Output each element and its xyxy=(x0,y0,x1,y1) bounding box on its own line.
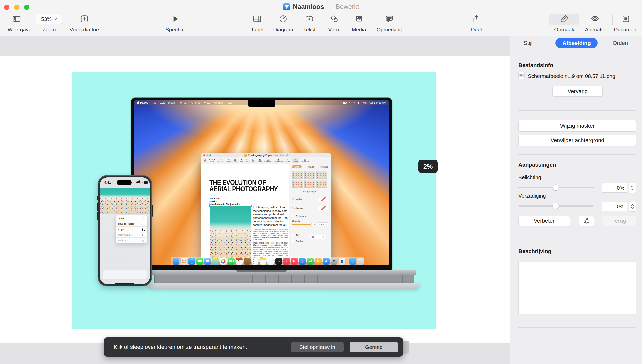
reflection-row[interactable]: Reflection xyxy=(292,215,328,217)
dock-tv-icon[interactable]: tv xyxy=(275,258,282,265)
dock-freeform-icon[interactable]: ~ xyxy=(267,258,274,265)
doc-beach-photo[interactable] xyxy=(210,206,251,262)
done-button[interactable]: Gereed xyxy=(350,342,398,352)
exposure-stepper[interactable] xyxy=(629,183,636,193)
pages-toolbar-view[interactable]: ◫View xyxy=(203,158,206,163)
saturation-stepper[interactable] xyxy=(629,201,636,212)
iphone-menu-look-up[interactable]: Look Up xyxy=(116,237,147,243)
share-button[interactable]: Deel xyxy=(467,14,486,33)
tab-stijl[interactable]: Stijl xyxy=(524,40,532,46)
dock-folder-downloads-icon[interactable]: ↓ xyxy=(349,258,356,265)
pages-tab-image[interactable]: Image xyxy=(308,166,314,168)
iphone-beach-photo[interactable] xyxy=(100,188,150,214)
image-style-option[interactable] xyxy=(292,171,303,179)
view-button[interactable]: Weergave xyxy=(8,14,26,33)
animate-button[interactable]: Animatie xyxy=(581,14,609,33)
pages-toolbar-comment[interactable]: ▢Comment xyxy=(264,158,271,163)
image-style-option[interactable] xyxy=(304,171,315,179)
dock-reminders-icon[interactable] xyxy=(252,258,258,265)
iphone-menu-copy[interactable]: Copy xyxy=(116,226,147,232)
dock-settings-icon[interactable]: ⚙ xyxy=(331,258,337,265)
pages-toolbar-chart[interactable]: ◔Chart xyxy=(239,158,243,163)
dock-iphone-mirroring-icon[interactable]: ▯ xyxy=(339,258,345,265)
pages-toolbar-collaboration[interactable]: ◉Collaboration xyxy=(274,158,283,163)
dock-facetime-icon[interactable] xyxy=(228,258,235,265)
pages-toolbar-format[interactable]: ✎Format xyxy=(292,158,299,163)
iphone-menu-save-to-photos[interactable]: Save to Photos xyxy=(116,221,147,226)
revert-button[interactable]: Terug xyxy=(602,216,636,226)
play-button[interactable]: Speel af xyxy=(163,14,187,33)
dock-appstore-icon[interactable]: A xyxy=(323,258,330,265)
replace-button[interactable]: Vervang xyxy=(552,86,603,97)
dock-calendar-icon[interactable]: 1 xyxy=(236,258,243,265)
pages-tab-arrange[interactable]: Arrange xyxy=(320,166,328,168)
table-button[interactable]: Tabel xyxy=(246,14,268,33)
iphone-menu-copy-subject[interactable]: Copy Subject xyxy=(116,232,147,237)
pages-toolbar-share[interactable]: ⇧Share xyxy=(285,158,290,163)
saturation-slider-thumb[interactable] xyxy=(553,203,559,209)
description-input[interactable] xyxy=(518,262,636,314)
iphone-menu-share[interactable]: Share… xyxy=(116,215,147,221)
shadow-none-swatch[interactable] xyxy=(318,206,328,210)
border-none-swatch[interactable] xyxy=(318,197,328,201)
media-button[interactable]: Media xyxy=(349,14,369,33)
pages-toolbar-text[interactable]: AText xyxy=(245,158,248,163)
pages-toolbar-zoom[interactable]: 80% ▾Zoom xyxy=(209,158,215,163)
selection-handle[interactable] xyxy=(209,236,210,237)
caption-row[interactable]: Caption xyxy=(292,240,328,242)
shadow-row[interactable]: ❯Shadow xyxy=(292,206,328,210)
shape-button[interactable]: Vorm xyxy=(324,14,345,33)
opacity-slider-thumb[interactable] xyxy=(311,223,314,226)
iphone-home-indicator[interactable] xyxy=(115,283,134,284)
pages-minimize-button[interactable] xyxy=(206,154,208,156)
tab-orden[interactable]: Orden xyxy=(613,40,628,46)
dock-keynote-icon[interactable]: ⊥ xyxy=(299,258,306,265)
add-slide-button[interactable]: Voeg dia toe xyxy=(69,14,99,33)
pages-tab-style[interactable]: Style xyxy=(292,165,302,168)
dock-safari-icon[interactable] xyxy=(188,258,195,265)
pages-toolbar-insert[interactable]: ⊕Insert xyxy=(227,158,231,163)
dock-trash-icon[interactable] xyxy=(357,258,364,265)
adjust-button[interactable] xyxy=(579,216,594,226)
image-style-option[interactable] xyxy=(316,180,327,188)
title-checkbox[interactable] xyxy=(292,234,294,236)
dock-maps-icon[interactable] xyxy=(212,258,219,265)
border-row[interactable]: ❯Border xyxy=(292,197,328,201)
dock-notes-icon[interactable] xyxy=(260,258,266,265)
comment-button[interactable]: Opmerking xyxy=(375,14,404,33)
remove-background-button[interactable]: Verwijder achtergrond xyxy=(518,135,636,146)
zoom-dropdown[interactable]: 53% xyxy=(36,14,62,24)
enhance-button[interactable]: Verbeter xyxy=(518,216,570,226)
text-button[interactable]: A Tekst xyxy=(300,14,319,33)
image-style-option[interactable] xyxy=(304,180,315,188)
edit-mask-button[interactable]: Wijzig masker xyxy=(518,120,636,132)
selection-handle[interactable] xyxy=(230,205,231,207)
selection-handle[interactable] xyxy=(251,205,252,207)
format-button[interactable]: Opmaak xyxy=(551,14,578,33)
dock-launchpad-icon[interactable] xyxy=(181,258,187,265)
selection-handle[interactable] xyxy=(251,236,252,237)
dock-finder-icon[interactable] xyxy=(173,258,179,265)
dock-messages-icon[interactable] xyxy=(196,258,203,265)
image-style-option[interactable] xyxy=(316,171,327,179)
pages-toolbar-table[interactable]: ▦Table xyxy=(233,158,237,163)
dock-pages-icon[interactable]: ✎ xyxy=(315,258,322,265)
document-button[interactable]: Document xyxy=(611,14,640,33)
tab-afbeelding[interactable]: Afbeelding xyxy=(555,38,598,48)
pages-zoom-button[interactable] xyxy=(209,154,211,156)
dock-mail-icon[interactable]: ✉ xyxy=(204,258,211,265)
dock-contacts-icon[interactable] xyxy=(244,258,251,265)
dock-news-icon[interactable]: N xyxy=(291,258,298,265)
saturation-value-field[interactable]: 0% xyxy=(602,202,627,211)
image-style-option-selected[interactable] xyxy=(292,180,303,188)
exposure-value-field[interactable]: 0% xyxy=(602,183,627,193)
pages-close-button[interactable] xyxy=(203,154,205,156)
reset-button[interactable]: Stel opnieuw in xyxy=(291,342,344,352)
title-position-dropdown[interactable]: Top⇅ xyxy=(309,235,326,239)
pages-toolbar-add-page[interactable]: ⊞Add Page xyxy=(217,158,224,163)
pages-toolbar-shape[interactable]: ◻Shape xyxy=(251,158,255,163)
dock-photos-icon[interactable] xyxy=(220,258,227,265)
exposure-slider-thumb[interactable] xyxy=(553,185,559,190)
selection-handle[interactable] xyxy=(209,205,210,207)
dock-music-icon[interactable]: ♪ xyxy=(283,258,290,265)
